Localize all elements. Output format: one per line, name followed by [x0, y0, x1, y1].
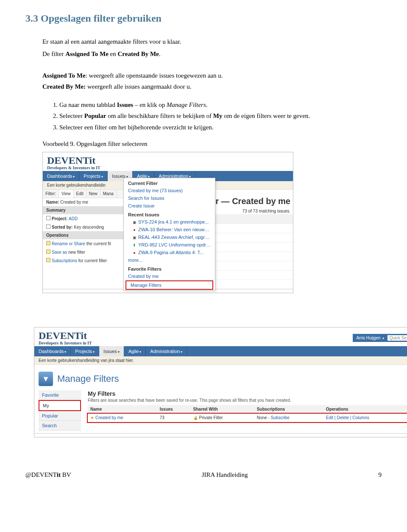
col-shared: Shared With [191, 405, 254, 414]
filters-table: Name Issues Shared With Subscriptions Op… [88, 405, 407, 422]
dd-search-issues[interactable]: Search for Issues [124, 194, 215, 202]
filter-name-row: Name: Created by me [43, 198, 123, 206]
screenshot-2: DEVENTit Developers & Inventors in IT Ar… [34, 327, 407, 437]
funnel-icon: ▼ [39, 372, 53, 386]
logo-name: DEVENTit [47, 155, 95, 166]
dd-section-favorite: Favorite Filters [124, 264, 215, 272]
tab-favorite[interactable]: Favorite [39, 390, 81, 400]
info-banner: Een korte gebruikershandleiding van jira… [34, 356, 407, 365]
menu-projects[interactable]: Projects▾ [71, 346, 99, 356]
subscribe-link[interactable]: Subscribe [270, 415, 289, 420]
torn-edge [34, 433, 407, 437]
filter-issue-count: 73 [157, 414, 191, 422]
filter-tabs: Filter: View Edit New Mana [43, 190, 123, 198]
step-1: Ga naar menu tabblad Issues – en klik op… [59, 100, 382, 110]
footer-center: JIRA Handleiding [202, 471, 248, 479]
square-icon [46, 216, 50, 220]
dd-recent-1[interactable]: ▣SYS-224 jira 4.1 en greenhoppe... [124, 218, 215, 226]
main-menubar: Dashboards▾ Projects▾ Issues▾ Agile▾ Adm… [34, 346, 407, 356]
col-subscriptions: Subscriptions [254, 405, 323, 414]
tab-search[interactable]: Search [39, 421, 81, 431]
my-filters-title: My Filters [88, 390, 407, 397]
dd-section-current: Current Filter [124, 178, 215, 187]
filter-tab-view[interactable]: View [59, 190, 74, 198]
chevron-down-icon: ▾ [118, 350, 120, 354]
user-menu[interactable]: Arris Huijgen ▾ [356, 336, 384, 340]
menu-agile[interactable]: Agile▾ [124, 346, 146, 356]
tab-popular[interactable]: Popular [39, 411, 81, 421]
page-footer: @DEVENTit BV JIRA Handleiding 9 [25, 471, 382, 479]
filter-tab-mana[interactable]: Mana [100, 190, 117, 198]
dd-fav-1[interactable]: Created by me [124, 272, 215, 280]
chevron-down-icon: ▾ [64, 350, 66, 354]
bug-icon: ● [132, 251, 137, 255]
op-rename[interactable]: Rename or Share the current fil [43, 239, 123, 248]
dd-recent-4[interactable]: ⬆YRD-952 LVC Uniformering opdra... [124, 241, 215, 249]
definition-assigned: Assigned To Me: weergeeft alle openstaan… [42, 71, 382, 81]
footer-page-number: 9 [378, 471, 382, 479]
task-icon: ▣ [132, 220, 137, 224]
operations-header: Operations [43, 231, 123, 239]
dd-recent-2[interactable]: ●ZWA-10 Beheer: Van een nieuwe ... [124, 226, 215, 233]
square-icon [46, 224, 50, 229]
logo-name: DEVENTit [39, 330, 87, 341]
page-header: ▼ Manage Filters [39, 367, 407, 390]
improvement-icon: ⬆ [132, 243, 137, 247]
sorted-row: Sorted by: Key descending [43, 223, 123, 231]
bug-icon: ● [132, 228, 137, 232]
op-subscriptions[interactable]: Subscriptions for current filter [43, 256, 123, 265]
bullet-icon [46, 249, 50, 254]
issues-dropdown: Current Filter Created by me (73 issues)… [123, 178, 215, 291]
footer-left: @DEVENTit BV [25, 471, 71, 479]
filter-shared-with: Private Filter [199, 415, 223, 420]
chevron-down-icon: ▾ [181, 350, 182, 354]
dd-current-filter-link[interactable]: Created by me (73 issues) [124, 187, 215, 194]
logo-area: DEVENTit Developers & Inventors in IT [39, 330, 92, 345]
star-icon[interactable]: ★ [90, 415, 94, 420]
filter-category-tabs: Favorite My Popular Search [39, 390, 81, 431]
menu-dashboards[interactable]: Dashboards▾ [34, 346, 71, 356]
project-row: Project: ADD [43, 214, 123, 223]
screenshot-1: DEVENTit Developers & Inventors in IT Da… [42, 152, 293, 293]
figure-caption: Voorbeeld 9. Opgeslagen filter selectere… [42, 140, 382, 148]
menu-issues[interactable]: Issues▾ [99, 346, 124, 356]
dd-more[interactable]: more... [124, 256, 215, 264]
task-icon: ▣ [132, 235, 137, 240]
chevron-down-icon: ▾ [101, 175, 103, 179]
col-name: Name [88, 405, 157, 414]
filter-operations[interactable]: Edit | Delete | Columns [323, 414, 407, 422]
chevron-down-icon: ▾ [139, 350, 141, 354]
op-saveas[interactable]: Save as new filter [43, 248, 123, 256]
my-filters-description: Filters are issue searches that have bee… [88, 398, 407, 403]
dd-manage-filters[interactable]: Manage Filters [125, 280, 213, 290]
quick-search[interactable]: Quick Se [387, 335, 407, 341]
dd-recent-3[interactable]: ▣REAL-443 Zeeuws Archief, upgra... [124, 233, 215, 241]
chevron-down-icon: ▾ [93, 350, 95, 354]
dd-create-issue[interactable]: Create Issue [124, 202, 215, 210]
col-issues: Issues [157, 405, 191, 414]
section-heading: 3.3 Opgeslagen filter gebruiken [25, 13, 382, 24]
filter-tab-edit[interactable]: Edit [74, 190, 86, 198]
filter-name-link[interactable]: Created by me [95, 415, 123, 420]
menu-projects[interactable]: Projects▾ [79, 171, 108, 181]
my-filters-panel: My Filters Filters are issue searches th… [81, 390, 407, 431]
bullet-icon [46, 241, 50, 245]
menu-administration[interactable]: Administration▾ [146, 346, 187, 356]
logo-tagline: Developers & Inventors in IT [39, 341, 92, 345]
filter-row[interactable]: ★Created by me 73 🔒Private Filter None -… [88, 414, 407, 422]
chevron-down-icon: ▾ [73, 175, 75, 179]
step-2: Selecteer Popular om alle beschikbare fi… [59, 111, 382, 121]
intro-line-1: Er staan al een aantal aangemaakte filte… [42, 37, 382, 47]
filter-tab-new[interactable]: New [86, 190, 100, 198]
summary-header: Summary [43, 206, 123, 214]
dd-recent-5[interactable]: ●ZWA-9 Pagina uit Atlantis 4: T... [124, 249, 215, 256]
intro-line-2: De filter Assigned To Me en Created By M… [42, 49, 382, 59]
filter-tabs-label: Filter: [43, 190, 59, 198]
definition-created: Created By Me: weergeeft alle issues aan… [42, 82, 382, 92]
logo-tagline: Developers & Inventors in IT [47, 165, 289, 170]
sidebar: Filter: View Edit New Mana Name: Created… [43, 190, 123, 289]
lock-icon: 🔒 [193, 416, 198, 420]
col-operations: Operations [323, 405, 407, 414]
tab-my[interactable]: My [39, 400, 81, 411]
menu-dashboards[interactable]: Dashboards▾ [43, 171, 79, 181]
